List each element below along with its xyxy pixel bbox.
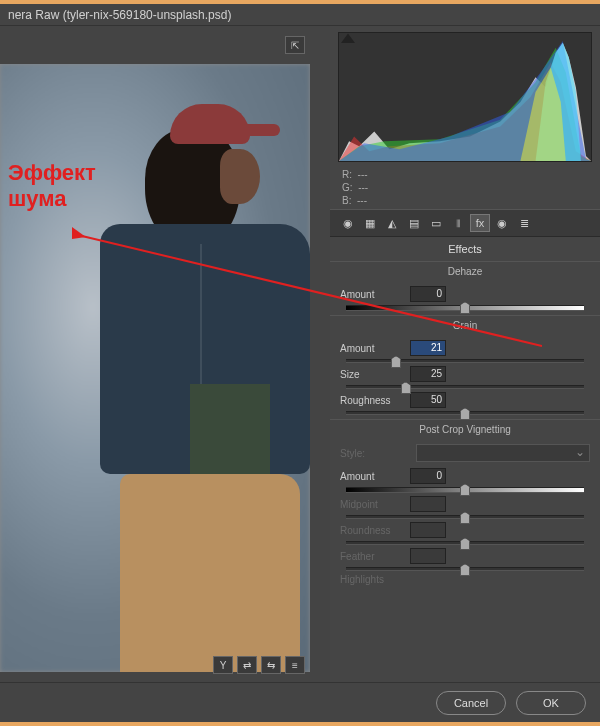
grain-roughness-row: Roughness 50 [340,389,590,411]
sliders-icon[interactable]: ≡ [285,656,305,674]
grain-section: Amount 21 Size 25 Roughness 50 [330,333,600,419]
vignette-section: Style: Amount 0 Midpoint R [330,437,600,592]
vignette-feather-slider[interactable] [346,567,584,571]
histogram[interactable] [338,32,592,162]
adjustments-panel: R: --- G: --- B: --- ◉ ▦ ◭ ▤ ▭ ⫴ fx ◉ ≣ … [330,26,600,682]
grain-size-row: Size 25 [340,363,590,385]
vignette-style-label: Style: [340,448,410,459]
grain-size-slider[interactable] [346,385,584,389]
vignette-feather-label: Feather [340,551,410,562]
dehaze-amount-row: Amount 0 [340,283,590,305]
swap-icon[interactable]: ⇄ [237,656,257,674]
camera-raw-window: nera Raw (tyler-nix-569180-unsplash.psd)… [0,4,600,722]
grain-roughness-label: Roughness [340,395,410,406]
content-area: ⇱ Y ⇄ ⇆ ≡ [0,26,600,682]
tab-lens-icon[interactable]: ⫴ [448,214,468,232]
vignette-feather-value [410,548,446,564]
grain-amount-value[interactable]: 21 [410,340,446,356]
cancel-button[interactable]: Cancel [436,691,506,715]
dialog-footer: Cancel OK [0,682,600,722]
vignette-roundness-value [410,522,446,538]
vignette-title: Post Crop Vignetting [330,419,600,437]
before-after-y-icon[interactable]: Y [213,656,233,674]
vignette-amount-row: Amount 0 [340,465,590,487]
dehaze-amount-slider[interactable] [346,305,584,311]
tab-detail-icon[interactable]: ◭ [382,214,402,232]
vignette-amount-label: Amount [340,471,410,482]
vignette-highlights-label: Highlights [340,574,410,585]
preview-top-tools: ⇱ [285,36,305,54]
preview-pane: ⇱ Y ⇄ ⇆ ≡ [0,26,330,682]
dehaze-amount-value[interactable]: 0 [410,286,446,302]
dehaze-title: Dehaze [330,261,600,279]
grain-size-value[interactable]: 25 [410,366,446,382]
vignette-amount-value[interactable]: 0 [410,468,446,484]
tab-basic-icon[interactable]: ◉ [338,214,358,232]
compare-icon[interactable]: ⇆ [261,656,281,674]
annotation-text: Эффект шума [8,160,96,213]
window-title: nera Raw (tyler-nix-569180-unsplash.psd) [8,8,231,22]
preview-subject [60,104,310,672]
tab-presets-icon[interactable]: ≣ [514,214,534,232]
titlebar: nera Raw (tyler-nix-569180-unsplash.psd) [0,4,600,26]
grain-amount-slider[interactable] [346,359,584,363]
vignette-midpoint-row: Midpoint [340,493,590,515]
preview-bottom-tools: Y ⇄ ⇆ ≡ [213,656,305,674]
vignette-style-row: Style: [340,441,590,465]
image-preview[interactable] [0,64,310,672]
panel-title: Effects [330,237,600,261]
grain-amount-label: Amount [340,343,410,354]
vignette-amount-slider[interactable] [346,487,584,493]
tab-effects-icon[interactable]: fx [470,214,490,232]
tab-split-icon[interactable]: ▭ [426,214,446,232]
dehaze-section: Amount 0 [330,279,600,315]
tab-strip: ◉ ▦ ◭ ▤ ▭ ⫴ fx ◉ ≣ [330,209,600,237]
ok-button[interactable]: OK [516,691,586,715]
vignette-roundness-slider[interactable] [346,541,584,545]
grain-roughness-slider[interactable] [346,411,584,415]
tab-calibration-icon[interactable]: ◉ [492,214,512,232]
vignette-midpoint-value [410,496,446,512]
vignette-midpoint-slider[interactable] [346,515,584,519]
histogram-graph [339,33,591,161]
grain-roughness-value[interactable]: 50 [410,392,446,408]
vignette-style-dropdown[interactable] [416,444,590,462]
grain-amount-row: Amount 21 [340,337,590,359]
vignette-midpoint-label: Midpoint [340,499,410,510]
dehaze-amount-label: Amount [340,289,410,300]
grain-title: Grain [330,315,600,333]
tab-curve-icon[interactable]: ▦ [360,214,380,232]
vignette-roundness-label: Roundness [340,525,410,536]
grain-size-label: Size [340,369,410,380]
tab-hsl-icon[interactable]: ▤ [404,214,424,232]
rgb-readout: R: --- G: --- B: --- [330,166,600,209]
export-icon[interactable]: ⇱ [285,36,305,54]
